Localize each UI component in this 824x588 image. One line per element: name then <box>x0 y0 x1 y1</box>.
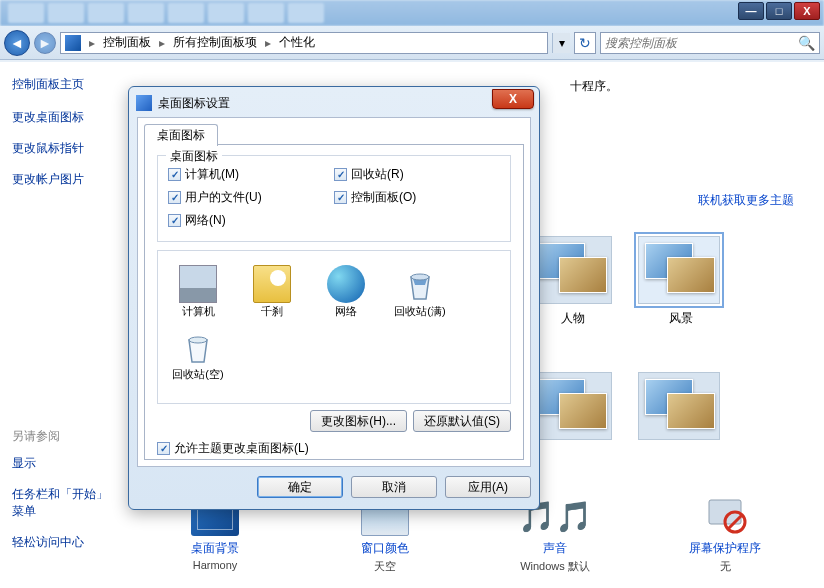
icon-preview-area: 计算机 千刹 网络 回收站(满) <box>157 250 511 404</box>
change-icon-button[interactable]: 更改图标(H)... <box>310 410 407 432</box>
address-bar[interactable]: ▸ 控制面板 ▸ 所有控制面板项 ▸ 个性化 <box>60 32 548 54</box>
setting-value: Harmony <box>150 559 280 571</box>
nav-forward-button[interactable]: ► <box>34 32 56 54</box>
theme-label: 人物 <box>530 310 616 327</box>
dialog-close-button[interactable]: X <box>492 89 534 109</box>
groupbox-title: 桌面图标 <box>166 148 222 165</box>
window-minimize-button[interactable]: — <box>738 2 764 20</box>
restore-defaults-button[interactable]: 还原默认值(S) <box>413 410 511 432</box>
icon-recycle-full[interactable]: 回收站(满) <box>388 261 452 322</box>
sidebar-home[interactable]: 控制面板主页 <box>12 76 118 93</box>
dialog-title: 桌面图标设置 <box>158 95 230 112</box>
breadcrumb-2[interactable]: 所有控制面板项 <box>173 34 257 51</box>
search-box[interactable]: 🔍 <box>600 32 820 54</box>
window-maximize-button[interactable]: □ <box>766 2 792 20</box>
sidebar-link-desktop-icons[interactable]: 更改桌面图标 <box>12 109 118 126</box>
checkbox-allow-theme-change[interactable]: ✓ 允许主题更改桌面图标(L) <box>157 440 511 457</box>
sidebar-see-also-label: 另请参阅 <box>12 428 118 445</box>
icon-label: 计算机 <box>168 305 228 318</box>
search-icon[interactable]: 🔍 <box>798 35 815 51</box>
svg-point-3 <box>411 274 429 280</box>
sidebar-see-also-display[interactable]: 显示 <box>12 455 118 472</box>
window-close-button[interactable]: X <box>794 2 820 20</box>
checkbox-control-panel[interactable]: ✓控制面板(O) <box>334 189 500 206</box>
recycle-bin-full-icon <box>401 265 439 303</box>
icon-label: 回收站(空) <box>168 368 228 381</box>
ok-button[interactable]: 确定 <box>257 476 343 498</box>
screensaver-setting[interactable]: 屏幕保护程序 无 <box>660 496 790 574</box>
theme-item[interactable] <box>638 372 724 440</box>
refresh-button[interactable]: ↻ <box>574 32 596 54</box>
theme-label: 风景 <box>638 310 724 327</box>
sidebar-link-mouse-pointers[interactable]: 更改鼠标指针 <box>12 140 118 157</box>
theme-item[interactable] <box>530 372 616 440</box>
nav-bar: ◄ ► ▸ 控制面板 ▸ 所有控制面板项 ▸ 个性化 ▾ ↻ 🔍 <box>0 26 824 60</box>
checkbox-recycle-bin[interactable]: ✓回收站(R) <box>334 166 500 183</box>
checkbox-network[interactable]: ✓网络(N) <box>168 212 334 229</box>
setting-label: 屏幕保护程序 <box>660 540 790 557</box>
dialog-titlebar[interactable]: 桌面图标设置 X <box>132 90 536 116</box>
breadcrumb-3[interactable]: 个性化 <box>279 34 315 51</box>
icon-label: 回收站(满) <box>390 305 450 318</box>
icon-recycle-empty[interactable]: 回收站(空) <box>166 324 230 385</box>
desktop-icon-settings-dialog: 桌面图标设置 X 桌面图标 桌面图标 ✓计算机(M) ✓回收站(R) ✓用户的文… <box>128 86 540 510</box>
screensaver-icon <box>701 496 749 536</box>
more-themes-link[interactable]: 联机获取更多主题 <box>698 192 794 209</box>
setting-value: 无 <box>660 559 790 574</box>
dialog-icon <box>136 95 152 111</box>
search-input[interactable] <box>605 36 798 50</box>
icon-user-files[interactable]: 千刹 <box>240 261 304 322</box>
checkbox-label: 控制面板(O) <box>351 189 416 206</box>
setting-label: 声音 <box>490 540 620 557</box>
setting-value: Windows 默认 <box>490 559 620 574</box>
setting-label: 窗口颜色 <box>320 540 450 557</box>
address-dropdown[interactable]: ▾ <box>552 33 570 53</box>
checkbox-user-files[interactable]: ✓用户的文件(U) <box>168 189 334 206</box>
checkbox-label: 网络(N) <box>185 212 226 229</box>
computer-icon <box>179 265 217 303</box>
sidebar-see-also-ease[interactable]: 轻松访问中心 <box>12 534 118 551</box>
checkbox-label: 用户的文件(U) <box>185 189 262 206</box>
checkbox-computer[interactable]: ✓计算机(M) <box>168 166 334 183</box>
network-icon <box>327 265 365 303</box>
control-panel-icon <box>65 35 81 51</box>
desktop-icons-groupbox: 桌面图标 ✓计算机(M) ✓回收站(R) ✓用户的文件(U) ✓控制面板(O) … <box>157 155 511 242</box>
checkbox-label: 允许主题更改桌面图标(L) <box>174 440 309 457</box>
icon-computer[interactable]: 计算机 <box>166 261 230 322</box>
checkbox-label: 回收站(R) <box>351 166 404 183</box>
folder-icon <box>253 265 291 303</box>
icon-label: 千刹 <box>242 305 302 318</box>
nav-back-button[interactable]: ◄ <box>4 30 30 56</box>
icon-network[interactable]: 网络 <box>314 261 378 322</box>
top-taskbar <box>0 0 824 26</box>
icon-label: 网络 <box>316 305 376 318</box>
checkbox-label: 计算机(M) <box>185 166 239 183</box>
instruction-text-tail: 十程序。 <box>570 78 804 95</box>
svg-point-4 <box>189 337 207 343</box>
setting-value: 天空 <box>320 559 450 574</box>
apply-button[interactable]: 应用(A) <box>445 476 531 498</box>
theme-landscape[interactable]: 风景 <box>638 236 724 327</box>
sidebar-see-also-taskbar[interactable]: 任务栏和「开始」菜单 <box>12 486 118 520</box>
sidebar-link-account-picture[interactable]: 更改帐户图片 <box>12 171 118 188</box>
tab-desktop-icons[interactable]: 桌面图标 <box>144 124 218 146</box>
setting-label: 桌面背景 <box>150 540 280 557</box>
breadcrumb-1[interactable]: 控制面板 <box>103 34 151 51</box>
cancel-button[interactable]: 取消 <box>351 476 437 498</box>
theme-people[interactable]: 人物 <box>530 236 616 327</box>
sidebar: 控制面板主页 更改桌面图标 更改鼠标指针 更改帐户图片 另请参阅 显示 任务栏和… <box>0 62 130 588</box>
recycle-bin-empty-icon <box>179 328 217 366</box>
